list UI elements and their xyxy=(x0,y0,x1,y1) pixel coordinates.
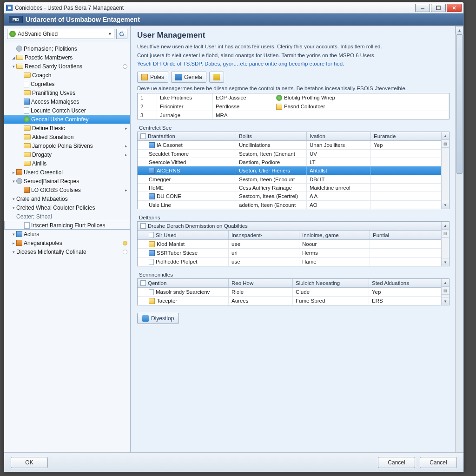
grid-subheader: Dreshe Derach Dnernisstion on Quabilties xyxy=(148,223,248,229)
sidebar-item[interactable]: ▾Crale and Mabaetios xyxy=(4,194,130,203)
sidebar-item[interactable]: Access Mamaigses xyxy=(4,97,130,106)
cancel-button[interactable]: Cancel xyxy=(378,457,415,468)
grid-scrollbar[interactable]: ▲▤▼ xyxy=(441,132,449,209)
scroll-thumb[interactable] xyxy=(456,34,463,174)
sidebar-item[interactable]: Praniffiting Usves xyxy=(4,88,130,97)
col-header[interactable]: Sted Alduations xyxy=(369,279,449,287)
sidebar-item[interactable]: ▾Resod Sardy Uoratiens xyxy=(4,62,130,71)
banner-title: Urdarcent of Usmbabow Entagement xyxy=(26,16,140,23)
toolbar-icon-button[interactable] xyxy=(209,72,224,83)
table-row[interactable]: 3JurnaigeMRA xyxy=(138,111,449,119)
toolbar-poles-button[interactable]: Poles xyxy=(137,72,168,83)
table-row[interactable]: AlCERNSUseton, Utier RienersAhtallst xyxy=(138,166,449,175)
indicator-icon xyxy=(123,250,127,254)
sidebar-item[interactable]: ◢Pacetic Mamizwers xyxy=(4,53,130,62)
sennnen-grid[interactable]: Qention Reo How Sluioich Neceating Sted … xyxy=(137,278,450,305)
table-row[interactable]: Kiod ManistueeNoour xyxy=(138,240,449,249)
sidebar-item[interactable]: Detiue Btesic▸ xyxy=(4,124,130,132)
sidebar-item[interactable]: ▸Userd Oreentiol xyxy=(4,168,130,177)
folder-icon xyxy=(24,143,31,148)
sidebar-item-label: Ceater; Sthoal xyxy=(16,213,52,220)
grid-options-icon[interactable]: ▤ xyxy=(442,140,449,148)
grid-scrollbar[interactable]: ▲▤▼ xyxy=(441,222,449,266)
close-button[interactable] xyxy=(447,4,462,12)
table-row[interactable]: 1Like ProtiinesEOP JassiceBlobilg Protli… xyxy=(138,93,449,102)
sidebar-item[interactable]: Priomasion; Plolitions xyxy=(4,44,130,53)
centrelet-grid[interactable]: Brantarition Bollts Ivation Eurarade iA … xyxy=(137,132,450,209)
grid-options-icon[interactable]: ▤ xyxy=(442,230,449,238)
table-row[interactable]: Pidlhcdde PlofpetuseHame xyxy=(138,258,449,266)
action-icon xyxy=(142,315,149,322)
col-header[interactable]: Eurarade xyxy=(371,132,449,140)
sidebar-item[interactable]: Alnilis xyxy=(4,159,130,168)
table-row[interactable]: 2FiricninterPerdlossePasnd Coifoutcer xyxy=(138,102,449,111)
col-header[interactable]: Bollts xyxy=(236,132,307,140)
col-header[interactable]: Ivation xyxy=(307,132,371,140)
sidebar-item-label: Jamopolc Polna Sitivens xyxy=(32,143,93,149)
main-scrollbar[interactable]: ▲ ▼ xyxy=(455,26,463,472)
refresh-button[interactable] xyxy=(116,29,127,39)
checkbox-icon[interactable] xyxy=(140,223,146,229)
table-row[interactable]: Seercole VitltedDastiom, PodloreLT xyxy=(138,158,449,166)
nav-tree[interactable]: Priomasion; Plolitions◢Pacetic Mamizwers… xyxy=(4,42,130,472)
col-header[interactable]: Qention xyxy=(148,280,166,286)
scope-combo-label: AdSvanic Ghied xyxy=(18,31,58,37)
table-row[interactable]: Masolr sndy SuarcienvRioleCiudeYep xyxy=(138,288,449,297)
table-row[interactable]: CmeggerSestom, Iteen (EcoountDB/ IT xyxy=(138,175,449,184)
sidebar-item[interactable]: ▾Crelted Wheal Couloter Policies xyxy=(4,203,130,212)
table-row[interactable]: TacepterAureesFume SpredERS xyxy=(138,297,449,305)
row-icon xyxy=(149,298,155,304)
table-row[interactable]: Seculdet TomoreSestom, Iteen (EnenantUV xyxy=(138,150,449,158)
ok-button[interactable]: OK xyxy=(11,457,48,468)
sidebar-item[interactable]: Ceater; Sthoal xyxy=(4,212,130,221)
col-header[interactable]: Puntial xyxy=(370,231,449,239)
row-icon xyxy=(276,104,282,110)
grid-scrollbar[interactable]: ▲▤▼ xyxy=(441,279,449,305)
sidebar-item[interactable]: ▾Aclurs xyxy=(4,230,130,238)
sidebar-item[interactable]: ▸Aneganitapoles xyxy=(4,238,130,247)
table-row[interactable]: Usle Lineadetiom, Iteen (EncountAO xyxy=(138,201,449,209)
row-icon xyxy=(276,95,282,101)
table-row[interactable]: iA CasonetUnciliniationsUnan JouliitersY… xyxy=(138,141,449,150)
sidebar: AdSvanic Ghied ▼ Priomasion; Plolitions◢… xyxy=(4,26,131,472)
page-desc-link[interactable]: Yesefi DFI Oilde of TS.SDP. Dabes, gyort… xyxy=(137,60,450,68)
table-row[interactable]: HoMECess Autfiery RainageMaideltine unre… xyxy=(138,184,449,192)
col-header[interactable]: Insnspadent· xyxy=(229,231,299,239)
checkbox-icon[interactable] xyxy=(140,133,146,139)
row-icon xyxy=(149,241,155,247)
checkbox-icon[interactable] xyxy=(140,280,146,286)
sidebar-item[interactable]: Drogaty▸ xyxy=(4,150,130,159)
scope-combo[interactable]: AdSvanic Ghied ▼ xyxy=(7,29,114,39)
table-row[interactable]: DU CONESestcom, Iteea (Ecertrel)A A xyxy=(138,192,449,201)
sidebar-item[interactable]: Coagch xyxy=(4,71,130,79)
cancel-button-2[interactable]: Cancel xyxy=(420,457,457,468)
sidebar-item-label: Praniffiting Usves xyxy=(32,90,75,96)
col-header[interactable]: Reo How xyxy=(229,279,293,287)
titlebar[interactable]: Coniclobes - Usted Pas Sora 7 Manageaent xyxy=(4,2,463,13)
scroll-up-icon[interactable]: ▲ xyxy=(456,26,463,34)
deltarins-grid[interactable]: Dreshe Derach Dnernisstion on Quabilties… xyxy=(137,221,450,266)
sidebar-item[interactable]: ▾Serued|Bainal Recpes xyxy=(4,177,130,185)
sidebar-item[interactable]: Locunte Contch Uscer xyxy=(4,106,130,115)
folder-o-icon xyxy=(16,64,23,69)
col-header[interactable]: Sir Uaed xyxy=(156,232,177,238)
sidebar-item[interactable]: Cogreltes xyxy=(4,79,130,88)
toolbar-genela-button[interactable]: Genela xyxy=(171,72,206,83)
maximize-button[interactable] xyxy=(431,4,446,12)
col-header[interactable]: Inniolme, game xyxy=(299,231,370,239)
sidebar-item[interactable]: ▾Diceses Micfontally Cofinate xyxy=(4,247,130,256)
sidebar-item[interactable]: Aldied Sonaltiion xyxy=(4,132,130,141)
summary-grid[interactable]: 1Like ProtiinesEOP JassiceBlobilg Protli… xyxy=(137,93,450,119)
diyestlop-button[interactable]: Diyestlop xyxy=(137,313,179,324)
col-header[interactable]: Sluioich Neceating xyxy=(293,279,369,287)
svg-rect-0 xyxy=(436,6,440,10)
sidebar-item-label: Aclurs xyxy=(24,231,39,238)
table-row[interactable]: SSRTuber StieseuriHerms xyxy=(138,249,449,258)
grid-options-icon[interactable]: ▤ xyxy=(442,287,449,295)
sidebar-item[interactable]: Jamopolc Polna Sitivens▸ xyxy=(4,141,130,150)
sidebar-item[interactable]: LO GtOBS Coulsies▸ xyxy=(4,185,130,194)
section-3-label: Deltarins xyxy=(137,214,450,221)
sidebar-item[interactable]: Irtscert Barnicing Flurt Polices xyxy=(4,221,130,230)
sidebar-item[interactable]: Geocal Ushe Cominfey xyxy=(4,115,130,124)
minimize-button[interactable] xyxy=(415,4,430,12)
